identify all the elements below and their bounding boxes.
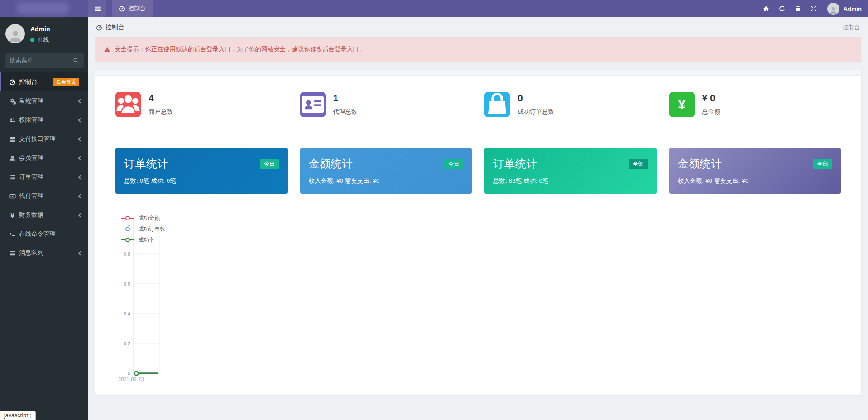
security-alert-text: 安全提示：你正在使用默认的后台登录入口，为了你的网站安全，建议你修改后台登录入口… <box>115 45 365 53</box>
navbar-username[interactable]: Admin <box>844 5 862 12</box>
stat-label: 总金额 <box>702 108 721 116</box>
stat-value: 0 <box>518 92 554 104</box>
sidebar-item-permissions[interactable]: 权限管理 <box>0 110 88 129</box>
bars-icon <box>94 5 101 12</box>
expand-icon <box>810 5 817 12</box>
queue-icon <box>9 250 16 257</box>
yen-icon: ¥ <box>9 212 16 219</box>
sidebar-menu: 控制台 后台首页 常规管理 权限管理 支付接口管理 会员管理 订单管理 <box>0 72 88 262</box>
refresh-icon <box>779 5 785 12</box>
warning-icon <box>104 46 110 53</box>
legend-item[interactable]: 成功金额 <box>121 213 165 224</box>
breadcrumb-console-link[interactable]: 控制台 <box>96 24 125 32</box>
stat-merchants: 4 商户总数 <box>115 92 288 134</box>
merchants-icon <box>115 92 141 117</box>
chevron-left-icon <box>78 194 83 198</box>
home-button[interactable] <box>758 0 774 17</box>
main-content: 控制台 控制台 安全提示：你正在使用默认的后台登录入口，为了你的网站安全，建议你… <box>88 17 868 420</box>
stat-value: ¥ 0 <box>702 92 721 104</box>
sidebar-item-finance[interactable]: ¥ 财务数据 <box>0 205 88 224</box>
breadcrumb-current: 控制台 <box>843 24 860 32</box>
search-input[interactable] <box>10 57 73 64</box>
sidebar-item-members[interactable]: 会员管理 <box>0 148 88 167</box>
stat-total-amount: ¥ ¥ 0 总金额 <box>669 92 841 134</box>
stat-value: 4 <box>149 92 173 104</box>
avatar[interactable] <box>5 24 25 43</box>
users-icon <box>9 117 16 124</box>
breadcrumb: 控制台 控制台 <box>95 17 861 37</box>
success-rate-chart: 00.20.40.60.812021-06-23 成功金额 成功订单数 成功率 <box>115 212 841 395</box>
banners-row: 订单统计 今日 总数: 0笔 成功: 0笔 金额统计 今日 收入金额: ¥0 需… <box>115 148 841 194</box>
sidebar-item-orders[interactable]: 订单管理 <box>0 167 88 186</box>
fullscreen-button[interactable] <box>806 0 822 17</box>
banner-orders-all: 订单统计 全部 总数: 63笔 成功: 0笔 <box>484 148 657 194</box>
legend-marker <box>121 226 134 232</box>
member-icon <box>9 155 16 162</box>
banner-amount-all: 金额统计 全部 收入金额: ¥0 需要支出: ¥0 <box>669 148 841 194</box>
legend-marker <box>121 237 134 243</box>
yen-big-icon: ¥ <box>669 92 695 117</box>
legend-item[interactable]: 成功订单数 <box>121 224 165 234</box>
dashboard-card: 4 商户总数 1 代理总数 0 成功订单总数 ¥ ¥ 0 <box>95 70 861 395</box>
legend-item[interactable]: 成功率 <box>121 234 165 245</box>
stat-success-orders: 0 成功订单总数 <box>484 92 657 134</box>
trash-icon <box>795 5 801 12</box>
online-status-label: 在线 <box>38 36 49 44</box>
gauge-icon <box>96 24 102 31</box>
stats-row: 4 商户总数 1 代理总数 0 成功订单总数 ¥ ¥ 0 <box>115 92 841 134</box>
all-badge: 全部 <box>813 159 832 169</box>
clear-cache-button[interactable] <box>790 0 806 17</box>
home-page-badge: 后台首页 <box>53 78 79 86</box>
today-badge: 今日 <box>260 159 279 169</box>
person-icon <box>8 28 23 43</box>
stat-agents: 1 代理总数 <box>300 92 472 134</box>
logo-image <box>17 2 69 14</box>
online-status[interactable]: 在线 <box>30 36 50 44</box>
sidebar-item-message-queue[interactable]: 消息队列 <box>0 243 88 262</box>
chevron-left-icon <box>78 156 83 160</box>
stat-value: 1 <box>333 92 358 104</box>
online-dot-icon <box>30 38 34 42</box>
rows-icon <box>9 136 16 143</box>
app-logo[interactable] <box>0 0 88 17</box>
card-header-strip <box>95 70 861 76</box>
svg-text:0.6: 0.6 <box>124 281 130 286</box>
sidebar: Admin 在线 控制台 后台首页 常规管理 权限管理 支付接口管理 <box>0 17 88 420</box>
chevron-left-icon <box>78 99 83 103</box>
list-icon <box>9 174 16 181</box>
gauge-icon <box>9 79 16 86</box>
search-icon[interactable] <box>73 57 79 63</box>
stat-label: 成功订单总数 <box>518 108 554 116</box>
sidebar-username: Admin <box>30 25 50 33</box>
terminal-icon <box>9 231 16 238</box>
stat-label: 商户总数 <box>149 108 173 116</box>
sidebar-item-console[interactable]: 控制台 后台首页 <box>0 72 88 91</box>
bag-icon <box>484 92 510 117</box>
sidebar-item-payouts[interactable]: 代付管理 <box>0 186 88 205</box>
svg-text:0.8: 0.8 <box>124 251 130 257</box>
chevron-left-icon <box>78 175 83 179</box>
person-icon <box>829 5 838 15</box>
banner-orders-today: 订单统计 今日 总数: 0笔 成功: 0笔 <box>115 148 288 194</box>
link-preview-statusbar: javascript:; <box>0 411 36 420</box>
refresh-button[interactable] <box>774 0 790 17</box>
sidebar-item-general[interactable]: 常规管理 <box>0 91 88 110</box>
sidebar-toggle-button[interactable] <box>88 0 106 17</box>
stat-label: 代理总数 <box>333 108 358 116</box>
money-icon <box>9 193 16 200</box>
tab-console[interactable]: 控制台 <box>112 0 153 17</box>
chart-legend: 成功金额 成功订单数 成功率 <box>121 213 165 245</box>
svg-text:0.4: 0.4 <box>124 311 130 316</box>
chevron-left-icon <box>78 137 83 141</box>
home-icon <box>763 5 769 12</box>
avatar[interactable] <box>827 3 839 15</box>
sidebar-item-online-commands[interactable]: 在线命令管理 <box>0 224 88 243</box>
sidebar-item-payment-api[interactable]: 支付接口管理 <box>0 129 88 148</box>
banner-amount-today: 金额统计 今日 收入金额: ¥0 需要支出: ¥0 <box>300 148 472 194</box>
gauge-icon <box>119 5 125 12</box>
agent-card-icon <box>300 92 326 117</box>
chevron-left-icon <box>78 251 83 255</box>
today-badge: 今日 <box>444 159 463 169</box>
tab-label: 控制台 <box>128 5 146 13</box>
legend-marker <box>121 215 134 221</box>
